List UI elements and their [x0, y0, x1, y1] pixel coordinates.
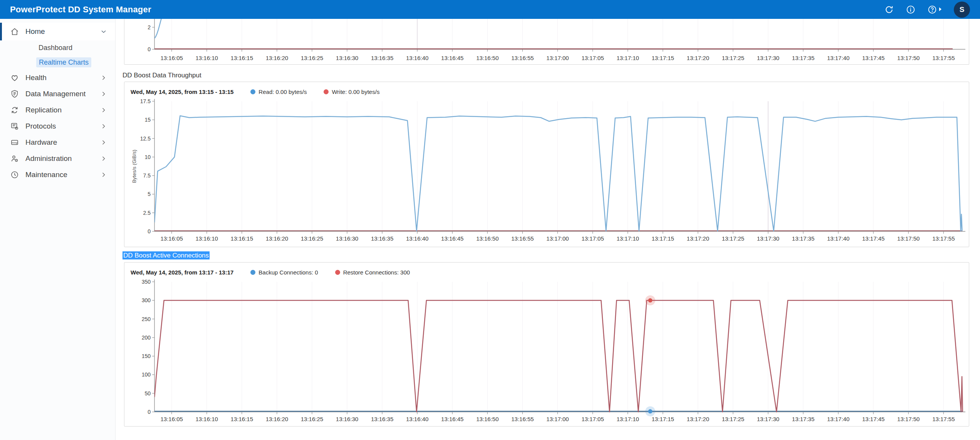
svg-text:2.5: 2.5	[143, 210, 151, 216]
sidebar-item-maintenance[interactable]: Maintenance	[0, 167, 115, 183]
sidebar-item-label: Replication	[25, 106, 100, 114]
sidebar-item-label: Realtime Charts	[36, 57, 91, 67]
legend-dot-icon	[250, 270, 255, 275]
svg-text:13:16:20: 13:16:20	[266, 235, 288, 242]
legend-item: Write: 0.00 bytes/s	[324, 89, 379, 95]
sidebar-item-label: Data Management	[25, 90, 100, 98]
svg-text:13:16:10: 13:16:10	[196, 416, 218, 422]
svg-text:13:17:35: 13:17:35	[792, 416, 814, 422]
clock-icon	[10, 170, 19, 179]
app-title: PowerProtect DD System Manager	[10, 5, 151, 15]
chevron-right-icon	[100, 155, 107, 162]
svg-text:13:17:45: 13:17:45	[862, 55, 884, 61]
selected-text: DD Boost Active Connections	[123, 251, 210, 259]
svg-text:13:17:25: 13:17:25	[722, 416, 744, 422]
svg-text:13:16:25: 13:16:25	[301, 55, 323, 61]
svg-text:13:16:55: 13:16:55	[511, 55, 534, 61]
svg-text:13:17:45: 13:17:45	[862, 416, 884, 422]
sidebar-item-label: Hardware	[25, 138, 100, 147]
chart-legend: Backup Connections: 0Restore Connections…	[233, 269, 410, 276]
svg-text:350: 350	[142, 279, 151, 285]
svg-text:13:16:45: 13:16:45	[441, 235, 463, 242]
sidebar-item-label: Home	[25, 27, 100, 36]
svg-text:13:17:55: 13:17:55	[932, 235, 955, 242]
svg-text:13:16:40: 13:16:40	[406, 416, 428, 422]
svg-text:13:17:35: 13:17:35	[792, 55, 814, 61]
sidebar-item-label: Administration	[25, 154, 100, 163]
chevron-right-icon	[100, 122, 107, 130]
svg-text:13:17:00: 13:17:00	[546, 235, 569, 242]
svg-text:13:16:10: 13:16:10	[196, 55, 218, 61]
sidebar-item-health[interactable]: Health	[0, 70, 115, 86]
chart-timestamp: Wed, May 14, 2025, from 13:15 - 13:15	[131, 89, 233, 95]
svg-text:13:16:40: 13:16:40	[406, 235, 428, 242]
home-icon	[10, 27, 19, 36]
sidebar: Home Dashboard Realtime Charts Health Da…	[0, 19, 116, 440]
svg-text:13:17:50: 13:17:50	[897, 416, 920, 422]
svg-text:150: 150	[142, 353, 151, 359]
chevron-right-icon	[100, 106, 107, 114]
svg-text:5: 5	[148, 191, 151, 197]
help-menu[interactable]	[927, 5, 942, 15]
chart-plot-area[interactable]: 35030025020015010050013:16:0513:16:1013:…	[124, 277, 969, 425]
svg-text:13:17:50: 13:17:50	[897, 235, 920, 242]
sidebar-item-home[interactable]: Home	[0, 23, 115, 40]
sidebar-item-label: Maintenance	[25, 171, 100, 179]
sidebar-item-label: Dashboard	[39, 44, 115, 52]
svg-text:7.5: 7.5	[143, 172, 151, 179]
svg-text:13:16:20: 13:16:20	[266, 416, 288, 422]
info-icon[interactable]	[906, 5, 916, 15]
sidebar-item-dashboard[interactable]: Dashboard	[0, 40, 115, 55]
sidebar-item-hardware[interactable]: Hardware	[0, 134, 115, 151]
chevron-right-icon	[100, 90, 107, 98]
svg-text:13:17:20: 13:17:20	[687, 55, 709, 61]
svg-text:13:16:30: 13:16:30	[336, 235, 358, 242]
svg-text:13:17:10: 13:17:10	[616, 235, 639, 242]
svg-text:13:16:40: 13:16:40	[406, 55, 428, 61]
chart-plot-area[interactable]: 17.51512.5107.552.5013:16:0513:16:1013:1…	[124, 97, 969, 244]
refresh-icon[interactable]	[884, 5, 894, 15]
svg-text:13:16:25: 13:16:25	[301, 416, 323, 422]
svg-text:13:17:55: 13:17:55	[932, 416, 955, 422]
sidebar-item-administration[interactable]: Administration	[0, 151, 115, 167]
chart-timestamp: Wed, May 14, 2025, from 13:17 - 13:17	[131, 269, 233, 276]
svg-text:13:16:05: 13:16:05	[160, 416, 183, 422]
admin-user-gear-icon	[10, 154, 19, 163]
svg-text:13:16:50: 13:16:50	[476, 235, 498, 242]
svg-text:13:16:15: 13:16:15	[231, 416, 253, 422]
user-avatar[interactable]: S	[954, 2, 970, 18]
svg-text:13:16:50: 13:16:50	[476, 55, 498, 61]
chart-svg[interactable]: 2013:16:0513:16:1013:16:1513:16:2013:16:…	[124, 19, 967, 64]
svg-text:13:17:10: 13:17:10	[616, 55, 639, 61]
legend-label: Write: 0.00 bytes/s	[332, 89, 379, 95]
chevron-right-icon	[100, 139, 107, 146]
legend-dot-icon	[324, 89, 329, 94]
svg-text:13:16:05: 13:16:05	[160, 235, 183, 242]
sidebar-item-realtime-charts[interactable]: Realtime Charts	[0, 55, 115, 70]
svg-text:13:16:55: 13:16:55	[511, 235, 534, 242]
chart-panel-throughput: Wed, May 14, 2025, from 13:15 - 13:15 Re…	[124, 82, 969, 247]
svg-text:13:17:15: 13:17:15	[652, 55, 674, 61]
svg-text:200: 200	[142, 335, 151, 341]
svg-text:13:16:25: 13:16:25	[301, 235, 323, 242]
sidebar-item-protocols[interactable]: Protocols	[0, 118, 115, 134]
svg-text:13:16:50: 13:16:50	[476, 416, 498, 422]
svg-text:100: 100	[142, 371, 151, 378]
sidebar-item-data-management[interactable]: Data Management	[0, 86, 115, 102]
chart-svg[interactable]: 35030025020015010050013:16:0513:16:1013:…	[124, 277, 967, 423]
svg-text:2: 2	[148, 24, 151, 30]
sidebar-item-label: Protocols	[25, 122, 100, 130]
svg-text:13:17:15: 13:17:15	[652, 416, 674, 422]
help-icon[interactable]	[927, 5, 937, 15]
chart-svg[interactable]: 17.51512.5107.552.5013:16:0513:16:1013:1…	[124, 97, 967, 243]
legend-label: Backup Connections: 0	[258, 269, 318, 276]
help-caret-icon	[938, 6, 942, 13]
chart-plot-area[interactable]: 2013:16:0513:16:1013:16:1513:16:2013:16:…	[124, 19, 969, 65]
sidebar-item-replication[interactable]: Replication	[0, 102, 115, 118]
hardware-drive-icon	[10, 138, 19, 147]
svg-text:13:16:20: 13:16:20	[266, 55, 288, 61]
svg-text:250: 250	[142, 316, 151, 322]
chart-panel-cropped: 2013:16:0513:16:1013:16:1513:16:2013:16:…	[124, 19, 969, 65]
svg-text:13:17:20: 13:17:20	[687, 235, 709, 242]
svg-text:13:16:35: 13:16:35	[371, 416, 393, 422]
